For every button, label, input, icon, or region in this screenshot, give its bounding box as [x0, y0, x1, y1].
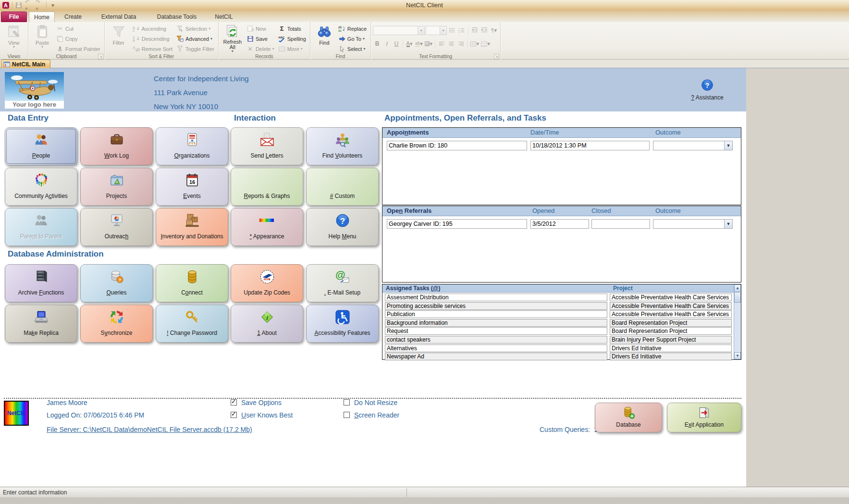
tile-change-password[interactable]: ! Change Password: [156, 305, 228, 343]
ribbon-tab-home[interactable]: Home: [29, 12, 55, 22]
paste-button[interactable]: Paste▾: [31, 23, 54, 53]
tile-inventory-and-donations[interactable]: Inventory and Donations: [156, 208, 228, 246]
tile-work-log[interactable]: Work Log: [80, 127, 153, 165]
gridlines-icon[interactable]: ▾: [469, 39, 480, 49]
referral-opened-field[interactable]: 3/5/2012: [530, 219, 589, 229]
tile-send-letters[interactable]: Send Letters: [231, 127, 303, 165]
font-color-button[interactable]: A▾: [405, 39, 414, 49]
ribbon-tab-database-tools[interactable]: Database Tools: [148, 12, 206, 22]
align-left-icon[interactable]: [437, 39, 446, 49]
more-button[interactable]: More▾: [277, 44, 308, 54]
scroll-down-icon[interactable]: ▼: [734, 352, 741, 359]
go-to-button[interactable]: Go To▾: [337, 34, 368, 44]
referral-person-field[interactable]: Georgey Carver ID: 195: [387, 219, 527, 229]
task-project-field[interactable]: Accessible Preventative Health Care Serv…: [610, 302, 732, 310]
tile-queries[interactable]: ?Queries: [80, 264, 153, 302]
assistance-button[interactable]: ? ? Assistance: [678, 79, 736, 101]
task-field[interactable]: Promoting accessibile services: [385, 302, 607, 310]
file-server-link[interactable]: File Server: C:\NetCIL Data\demoNetCIL F…: [47, 426, 252, 433]
checkbox-save-options[interactable]: ✓Save Options: [231, 399, 282, 406]
tile-e-mail-setup[interactable]: @. E-Mail Setup: [306, 264, 379, 302]
ribbon-tab-external-data[interactable]: External Data: [91, 12, 146, 22]
checkbox-icon[interactable]: [344, 399, 350, 406]
italic-button[interactable]: I: [382, 39, 391, 49]
select-button[interactable]: Select▾: [337, 44, 368, 54]
database-button[interactable]: Database: [595, 403, 662, 432]
tab-netcil-main[interactable]: NetCIL Main: [1, 60, 50, 68]
cut-button[interactable]: ✂Cut: [55, 24, 102, 34]
task-field[interactable]: Assessment Distribution: [385, 294, 607, 301]
ribbon-tab-file[interactable]: File: [1, 12, 27, 22]
appointment-datetime-field[interactable]: 10/18/2012 1:30 PM: [530, 141, 650, 150]
totals-button[interactable]: ΣTotals: [277, 24, 308, 34]
tile-community-activities[interactable]: Community Activities: [5, 168, 77, 206]
task-project-field[interactable]: Brain Injury Peer Support Project: [610, 336, 732, 344]
tile-synchronize[interactable]: Synchronize: [80, 305, 153, 343]
task-project-field[interactable]: Accessible Preventative Health Care Serv…: [610, 310, 732, 318]
task-project-field[interactable]: Board Representation Project: [610, 327, 732, 335]
align-right-icon[interactable]: [456, 39, 465, 49]
descending-button[interactable]: ZADescending: [131, 34, 174, 44]
task-field[interactable]: Background information: [385, 319, 607, 327]
underline-button[interactable]: U: [392, 39, 401, 49]
scrollbar-thumb[interactable]: [734, 292, 741, 303]
fill-color-button[interactable]: ▾: [424, 39, 433, 49]
view-button[interactable]: View▾: [2, 23, 25, 53]
task-project-field[interactable]: Board Representation Project: [610, 319, 732, 327]
align-center-icon[interactable]: [447, 39, 455, 49]
text-direction-icon[interactable]: ¶▾: [490, 25, 498, 35]
dropdown-arrow-icon[interactable]: ▼: [724, 220, 732, 228]
replace-button[interactable]: abacReplace: [337, 24, 368, 34]
tile-organizations[interactable]: Organizations: [156, 127, 228, 165]
tile-outreach[interactable]: Outreach: [80, 208, 153, 246]
scroll-up-icon[interactable]: ▲: [734, 284, 741, 292]
font-size-combo[interactable]: ▾: [426, 26, 447, 35]
alternate-row-color-icon[interactable]: ▾: [480, 39, 491, 49]
tile-projects[interactable]: Projects: [80, 168, 153, 206]
checkbox-icon[interactable]: ✓: [231, 399, 237, 406]
tile-find-volunteers[interactable]: Find Volunteers: [306, 127, 379, 165]
referral-closed-field[interactable]: [591, 219, 650, 229]
refresh-all-button[interactable]: Refresh All▾: [221, 23, 244, 53]
toggle-filter-button[interactable]: Toggle Filter: [175, 44, 216, 54]
copy-button[interactable]: Copy: [55, 34, 102, 44]
checkbox-icon[interactable]: [344, 412, 350, 418]
tile-parent-to-parent[interactable]: Parent to Parent: [5, 208, 77, 246]
new-button[interactable]: ✱New: [245, 24, 276, 34]
tile-help-menu[interactable]: ?Help Menu: [306, 208, 379, 246]
task-field[interactable]: Request: [385, 327, 607, 335]
checkbox-screen-reader[interactable]: Screen Reader: [344, 411, 399, 419]
task-field[interactable]: Publication: [385, 310, 607, 318]
delete-button[interactable]: ✕Delete▾: [245, 44, 276, 54]
task-field[interactable]: Alternatives: [385, 344, 607, 352]
tile-connect[interactable]: Connect: [156, 264, 228, 302]
filter-button[interactable]: Filter: [107, 23, 130, 53]
tile-make-replica[interactable]: Make Replica: [5, 305, 77, 343]
task-field[interactable]: Newspaper Ad: [385, 353, 607, 360]
bold-button[interactable]: B: [373, 39, 381, 49]
tile-reports-graphs[interactable]: Reports & Graphs: [231, 168, 303, 206]
tile-appearance[interactable]: * Appearance: [231, 208, 303, 246]
numbering-icon[interactable]: 123: [457, 25, 466, 35]
task-project-field[interactable]: Accessible Preventative Health Care Serv…: [610, 294, 732, 301]
ascending-button[interactable]: AZAscending: [131, 24, 174, 34]
task-project-field[interactable]: Drivers Ed Initiative: [610, 353, 732, 360]
save-button[interactable]: Save: [245, 34, 276, 44]
increase-indent-icon[interactable]: [480, 25, 489, 35]
checkbox-user-knows-best[interactable]: ✓User Knows Best: [231, 411, 293, 419]
tile-people[interactable]: People: [5, 127, 77, 165]
exit-application-button[interactable]: Exit Application: [667, 403, 741, 432]
checkbox-do-not-resize[interactable]: Do Not Resize: [344, 399, 397, 406]
appointment-outcome-combo[interactable]: ▼: [653, 141, 733, 150]
task-project-field[interactable]: Drivers Ed Initiative: [610, 344, 732, 352]
checkbox-icon[interactable]: ✓: [231, 412, 237, 418]
remove-sort-button[interactable]: ARemove Sort: [131, 44, 174, 54]
ribbon-tab-netcil[interactable]: NetCIL: [208, 12, 240, 22]
decrease-indent-icon[interactable]: [470, 25, 479, 35]
tile-accessibility-features[interactable]: Accessibility Features: [306, 305, 379, 343]
format-painter-button[interactable]: Format Painter: [55, 44, 102, 54]
selection-button[interactable]: Selection▾: [175, 24, 216, 34]
advanced-button[interactable]: Advanced▾: [175, 34, 216, 44]
highlight-color-button[interactable]: ab▾: [415, 39, 423, 49]
tasks-scrollbar[interactable]: ▲ ▼: [734, 284, 741, 359]
